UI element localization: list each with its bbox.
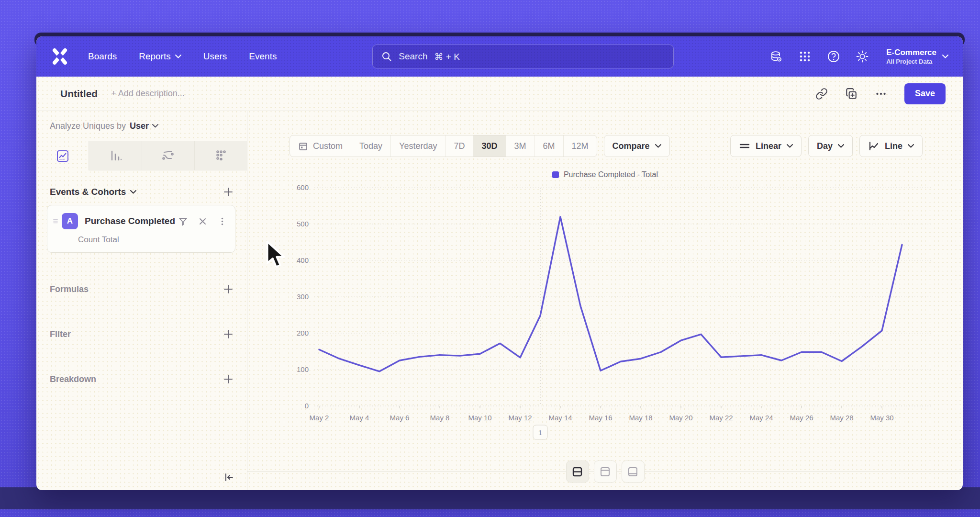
range-button[interactable]: 7D [445,135,473,157]
x-tick-label: May 10 [468,414,491,422]
filter-funnel-icon[interactable] [178,216,188,226]
formulas-label: Formulas [50,284,89,294]
tab-metrics[interactable] [194,141,247,170]
settings-gear-icon[interactable] [856,50,869,63]
chevron-down-icon [942,55,948,58]
nav-item-label: Reports [139,51,171,62]
help-icon[interactable] [827,50,840,63]
interval-label: Day [817,141,833,151]
project-subtitle: All Project Data [886,58,936,65]
compare-button[interactable]: Compare [604,135,670,157]
add-breakdown-button[interactable] [223,374,234,384]
nav-item-reports[interactable]: Reports [139,51,181,62]
filter-label: Filter [50,329,71,339]
range-button[interactable]: Custom [290,135,351,157]
x-tick-label: May 26 [790,414,813,422]
tab-flow[interactable] [142,141,194,170]
add-description-field[interactable]: + Add description... [111,89,185,99]
search-wrap: Search ⌘ + K [277,45,769,68]
range-button[interactable]: Yesterday [390,135,445,157]
more-options-icon[interactable] [875,88,887,100]
title-actions: Save [815,83,946,104]
chart-toolbar: Custom Today Yesterday 7D 30D 3M 6M 12M … [247,135,963,157]
duplicate-icon[interactable] [845,88,858,100]
search-input[interactable]: Search ⌘ + K [372,45,674,68]
project-selector[interactable]: E-Commerce All Project Data [886,48,948,65]
add-formula-button[interactable] [223,284,234,294]
mixpanel-logo-icon[interactable] [51,47,69,66]
data-management-icon[interactable] [769,50,783,63]
collapse-sidebar-icon[interactable] [223,471,235,483]
drag-handle-icon[interactable] [52,218,59,225]
nav-item-boards[interactable]: Boards [88,51,117,62]
y-tick-label: 600 [297,183,309,191]
nav-item-events[interactable]: Events [249,51,277,62]
range-button[interactable]: 12M [563,135,597,157]
events-cohorts-header: Events & Cohorts [50,187,234,197]
x-tick-label: May 2 [310,414,329,422]
range-label: Custom [313,141,343,151]
layout-top-button[interactable] [594,461,617,483]
range-label: Today [359,141,382,151]
query-sidebar: Analyze Uniques by User [36,111,247,490]
x-tick-label: May 16 [589,414,612,422]
range-button[interactable]: 30D [473,135,505,157]
chart-type-dropdown[interactable]: Line [859,135,923,157]
analyze-value: User [130,121,149,131]
nav-item-users[interactable]: Users [203,51,227,62]
chevron-down-icon [152,124,158,128]
legend-swatch [552,171,559,178]
x-tick-label: May 22 [709,414,733,422]
copy-link-icon[interactable] [815,88,828,100]
event-card-purchase-completed[interactable]: A Purchase Completed [47,205,235,253]
chart-legend: Purchase Completed - Total [247,169,963,180]
events-cohorts-toggle[interactable]: Events & Cohorts [50,187,136,197]
x-tick-label: May 18 [629,414,652,422]
layout-split-button[interactable] [566,461,589,483]
apps-grid-icon[interactable] [798,50,812,63]
event-name[interactable]: Purchase Completed [85,216,175,226]
chart-type-label: Line [885,141,902,151]
layout-top-icon [599,466,611,478]
save-button[interactable]: Save [904,83,946,104]
tab-bar-chart[interactable] [89,141,141,170]
line-chart-svg: 0100200300400500600May 2May 4May 6May 8M… [247,183,962,451]
date-range-segmented: Custom Today Yesterday 7D 30D 3M 6M 12M [290,135,597,157]
range-button[interactable]: Today [351,135,390,157]
y-tick-label: 500 [297,220,309,228]
add-event-button[interactable] [223,187,234,197]
search-icon [381,51,392,62]
layout-bottom-button[interactable] [622,461,645,483]
y-tick-label: 0 [305,402,309,410]
analyze-uniques-dropdown[interactable]: User [130,121,158,131]
remove-event-icon[interactable] [198,216,208,226]
chevron-down-icon [908,144,914,148]
chevron-down-icon [838,144,844,148]
tab-insights-line[interactable] [36,141,89,170]
event-series-badge[interactable]: A [62,213,78,229]
report-title[interactable]: Untitled [60,88,98,100]
x-tick-label: May 8 [430,414,450,422]
flow-tab-icon [161,148,175,163]
chevron-down-icon [130,190,136,194]
range-button[interactable]: 3M [506,135,535,157]
chart-area[interactable]: 0100200300400500600May 2May 4May 6May 8M… [247,183,963,451]
interval-dropdown[interactable]: Day [808,135,853,157]
range-button[interactable]: 6M [535,135,563,157]
desktop-background: Boards Reports Users Events Search ⌘ + K [0,0,980,517]
x-tick-label: May 20 [669,414,692,422]
desktop-band [0,487,980,509]
nav-item-label: Boards [88,51,117,62]
chart-type-tabs [36,141,247,170]
range-label: Yesterday [399,141,437,151]
event-count-type[interactable]: Count Total [78,235,227,245]
chart-line[interactable] [319,217,902,371]
filter-row: Filter [36,326,247,343]
event-options-kebab-icon[interactable] [217,216,227,226]
calendar-icon [298,141,308,151]
add-filter-button[interactable] [223,329,234,339]
range-label: 30D [481,141,497,151]
scale-label: Linear [756,141,781,151]
scale-dropdown[interactable]: Linear [730,135,802,157]
range-label: 12M [572,141,589,151]
